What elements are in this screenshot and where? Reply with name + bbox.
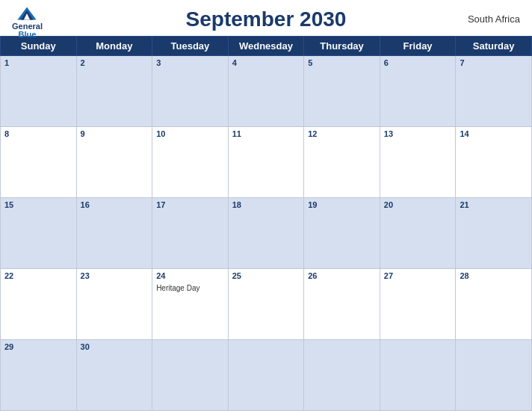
date-number: 12 [308,129,376,138]
calendar-header: General Blue September 2030 South Africa [0,0,532,36]
header-saturday: Saturday [456,37,532,56]
day-header-row: Sunday Monday Tuesday Wednesday Thursday… [1,37,532,56]
calendar-cell: 27 [380,269,456,340]
calendar-cell [456,340,532,411]
calendar-cell: 9 [76,127,152,198]
calendar-cell: 26 [304,269,380,340]
calendar-cell: 18 [228,198,304,269]
date-number: 23 [81,271,149,280]
calendar-cell: 7 [456,56,532,127]
date-number: 18 [232,200,300,209]
week-row-2: 891011121314 [1,127,532,198]
header-monday: Monday [76,37,152,56]
calendar-cell: 30 [76,340,152,411]
calendar-cell: 4 [228,56,304,127]
calendar-cell: 20 [380,198,456,269]
calendar-cell: 17 [152,198,229,269]
date-number: 3 [156,58,224,67]
calendar-cell: 3 [152,56,229,127]
calendar-cell: 1 [1,56,77,127]
calendar-wrapper: General Blue September 2030 South Africa… [0,0,532,411]
week-row-5: 2930 [1,340,532,411]
calendar-body: 123456789101112131415161718192021222324H… [1,56,532,411]
date-number: 29 [4,342,72,351]
calendar-cell: 23 [76,269,152,340]
calendar-cell: 8 [1,127,77,198]
date-number: 4 [232,58,300,67]
header-wednesday: Wednesday [228,37,304,56]
date-number: 19 [308,200,376,209]
date-number: 16 [81,200,149,209]
calendar-cell: 16 [76,198,152,269]
date-number: 10 [156,129,224,138]
date-number: 30 [81,342,149,351]
calendar-cell: 15 [1,198,77,269]
calendar-cell: 13 [380,127,456,198]
calendar-cell: 12 [304,127,380,198]
header-friday: Friday [380,37,456,56]
week-row-1: 1234567 [1,56,532,127]
calendar-cell: 24Heritage Day [152,269,229,340]
date-number: 2 [81,58,149,67]
logo-blue: Blue [19,31,37,39]
header-tuesday: Tuesday [152,37,229,56]
calendar-title: September 2030 [186,7,347,31]
logo-icon [16,6,37,21]
calendar-cell: 2 [76,56,152,127]
date-number: 7 [460,58,528,67]
logo: General Blue [12,6,43,39]
event-label: Heritage Day [156,284,200,292]
date-number: 20 [384,200,452,209]
date-number: 6 [384,58,452,67]
date-number: 21 [460,200,528,209]
date-number: 28 [460,271,528,280]
calendar-cell: 19 [304,198,380,269]
country-label: South Africa [468,13,520,25]
calendar-cell [228,340,304,411]
week-row-3: 15161718192021 [1,198,532,269]
header-thursday: Thursday [304,37,380,56]
calendar-cell [304,340,380,411]
date-number: 25 [232,271,300,280]
date-number: 24 [156,271,224,280]
date-number: 15 [4,200,72,209]
calendar-cell: 14 [456,127,532,198]
calendar-cell: 21 [456,198,532,269]
date-number: 11 [232,129,300,138]
calendar-cell: 11 [228,127,304,198]
date-number: 17 [156,200,224,209]
date-number: 1 [4,58,72,67]
calendar-cell: 10 [152,127,229,198]
calendar-cell: 25 [228,269,304,340]
date-number: 14 [460,129,528,138]
week-row-4: 222324Heritage Day25262728 [1,269,532,340]
calendar-cell: 6 [380,56,456,127]
calendar-cell: 29 [1,340,77,411]
header-sunday: Sunday [1,37,77,56]
calendar-table: Sunday Monday Tuesday Wednesday Thursday… [0,36,532,411]
date-number: 5 [308,58,376,67]
date-number: 13 [384,129,452,138]
date-number: 9 [81,129,149,138]
calendar-cell: 22 [1,269,77,340]
calendar-cell [152,340,229,411]
date-number: 26 [308,271,376,280]
calendar-cell [380,340,456,411]
calendar-cell: 28 [456,269,532,340]
date-number: 8 [4,129,72,138]
calendar-cell: 5 [304,56,380,127]
date-number: 22 [4,271,72,280]
date-number: 27 [384,271,452,280]
